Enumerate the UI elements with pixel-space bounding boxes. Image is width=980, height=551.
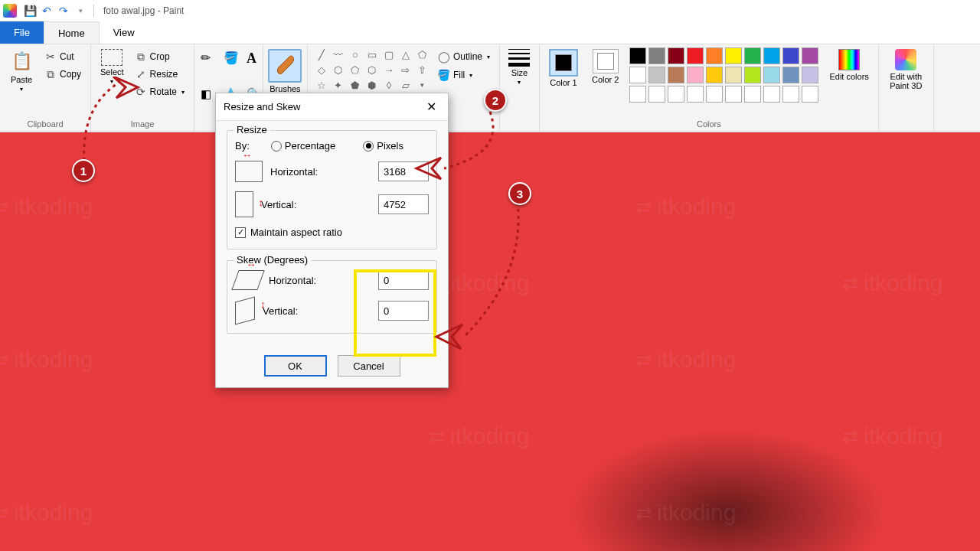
- dialog-titlebar[interactable]: Resize and Skew ✕: [216, 93, 448, 121]
- canvas[interactable]: itkoding itkoding itkoding itkoding itko…: [0, 132, 980, 551]
- shapes-gallery[interactable]: ╱〰○▭▢△⬠ ◇⬡⬠⬡→⇨⇧ ☆✦⬟⬢◊▱▾: [314, 47, 430, 92]
- chevron-down-icon: ▾: [110, 78, 113, 85]
- skew-horizontal-icon: [231, 270, 264, 290]
- color-swatch[interactable]: [629, 67, 646, 83]
- color-swatch-empty[interactable]: [782, 86, 799, 103]
- annotation-badge-3: 3: [508, 182, 531, 205]
- resize-fieldset: Resize By: Percentage Pixels Horizontal:…: [227, 130, 437, 249]
- color-swatch[interactable]: [744, 47, 761, 64]
- rainbow-icon: [838, 49, 860, 70]
- vertical-input[interactable]: [378, 194, 429, 214]
- pencil-icon[interactable]: ✏: [201, 51, 219, 65]
- horizontal-label: Horizontal:: [270, 166, 371, 178]
- group-paint3d: Edit with Paint 3D: [879, 44, 934, 132]
- copy-button[interactable]: ⧉Copy: [41, 67, 84, 82]
- color-swatch-empty[interactable]: [763, 86, 780, 103]
- canvas-content-shadow: [567, 429, 888, 551]
- paint-app-icon: [3, 4, 17, 18]
- group-clipboard: 📋 Paste ▾ ✂Cut ⧉Copy Clipboard: [0, 44, 91, 132]
- color-swatch[interactable]: [782, 47, 799, 64]
- color-swatch-empty[interactable]: [629, 86, 646, 103]
- cancel-button[interactable]: Cancel: [338, 355, 400, 377]
- close-icon[interactable]: ✕: [422, 98, 440, 116]
- color-swatch[interactable]: [763, 47, 780, 64]
- color-swatch-empty[interactable]: [744, 86, 761, 103]
- redo-icon[interactable]: ↷: [57, 5, 70, 17]
- color-swatch[interactable]: [802, 47, 818, 64]
- group-label-clipboard: Clipboard: [6, 118, 84, 130]
- resize-button[interactable]: ⤢Resize: [132, 67, 188, 82]
- tab-file[interactable]: File: [0, 21, 44, 44]
- radio-percentage[interactable]: Percentage: [271, 140, 336, 152]
- resize-legend: Resize: [234, 124, 270, 135]
- crop-button[interactable]: ⧉Crop: [132, 49, 188, 64]
- color2-button[interactable]: Color 2: [589, 47, 622, 86]
- maintain-aspect-checkbox[interactable]: ✓Maintain aspect ratio: [235, 227, 342, 238]
- horizontal-input[interactable]: [378, 161, 429, 181]
- color-swatch[interactable]: [706, 67, 723, 83]
- copy-icon: ⧉: [44, 68, 57, 80]
- crop-icon: ⧉: [135, 51, 147, 63]
- skew-horizontal-input[interactable]: [378, 270, 429, 290]
- color-swatch[interactable]: [687, 67, 704, 83]
- group-size: Size ▾: [500, 44, 540, 132]
- color-swatch-empty[interactable]: [687, 86, 704, 103]
- color-swatch-empty[interactable]: [706, 86, 723, 103]
- brushes-button[interactable]: Brushes: [265, 47, 305, 95]
- text-icon[interactable]: A: [247, 51, 265, 67]
- skew-legend: Skew (Degrees): [234, 254, 311, 266]
- bucket-icon[interactable]: 🪣: [224, 51, 242, 65]
- ok-button[interactable]: OK: [264, 355, 327, 377]
- color-swatch[interactable]: [648, 67, 665, 83]
- edit-colors-button[interactable]: Edit colors: [826, 47, 871, 83]
- undo-icon[interactable]: ↶: [41, 5, 53, 17]
- title-bar: 💾 ↶ ↷ ▾ foto awal.jpg - Paint: [0, 0, 980, 21]
- watermark: itkoding: [0, 500, 93, 526]
- paint3d-icon: [895, 49, 916, 70]
- radio-pixels[interactable]: Pixels: [363, 140, 403, 152]
- watermark: itkoding: [0, 194, 93, 220]
- tab-home[interactable]: Home: [44, 21, 100, 44]
- color-swatch-empty[interactable]: [668, 86, 684, 103]
- rotate-icon: ⟳: [135, 86, 147, 98]
- paste-button[interactable]: 📋 Paste ▾: [6, 47, 37, 94]
- color-swatch[interactable]: [668, 67, 684, 83]
- skew-fieldset: Skew (Degrees) Horizontal: Vertical:: [227, 260, 437, 334]
- color-swatch-empty[interactable]: [802, 86, 818, 103]
- chevron-down-icon: ▾: [518, 79, 521, 86]
- color-palette[interactable]: [629, 47, 818, 103]
- color-swatch[interactable]: [687, 47, 704, 64]
- color-swatch[interactable]: [725, 47, 742, 64]
- color-swatch[interactable]: [802, 67, 818, 83]
- outline-button[interactable]: ◯Outline▾: [435, 49, 493, 64]
- save-icon[interactable]: 💾: [24, 5, 36, 17]
- tab-view[interactable]: View: [100, 21, 149, 44]
- fill-button[interactable]: 🪣Fill▾: [435, 67, 493, 83]
- color-swatch[interactable]: [668, 47, 684, 64]
- separator: [93, 5, 94, 17]
- vertical-dimension-icon: [235, 191, 253, 217]
- skew-vertical-input[interactable]: [378, 301, 429, 321]
- rotate-button[interactable]: ⟳Rotate▾: [132, 84, 188, 99]
- cut-button[interactable]: ✂Cut: [41, 49, 84, 64]
- color-swatch-empty[interactable]: [725, 86, 742, 103]
- size-lines-icon: [508, 49, 531, 67]
- color-swatch[interactable]: [782, 67, 799, 83]
- window-title: foto awal.jpg - Paint: [103, 5, 184, 16]
- select-button[interactable]: Select ▾: [97, 47, 127, 86]
- color-swatch-empty[interactable]: [648, 86, 665, 103]
- color1-button[interactable]: Color 1: [546, 47, 581, 89]
- color-swatch[interactable]: [725, 67, 742, 83]
- paint3d-button[interactable]: Edit with Paint 3D: [885, 47, 927, 92]
- color-swatch[interactable]: [744, 67, 761, 83]
- size-button[interactable]: Size ▾: [505, 47, 534, 87]
- color-swatch[interactable]: [763, 67, 780, 83]
- annotation-badge-2: 2: [484, 89, 507, 112]
- chevron-down-icon: ▾: [415, 78, 430, 92]
- qat-dropdown-icon[interactable]: ▾: [74, 5, 87, 17]
- color-swatch[interactable]: [648, 47, 665, 64]
- group-image: Select ▾ ⧉Crop ⤢Resize ⟳Rotate▾ Image: [91, 44, 194, 132]
- scissors-icon: ✂: [44, 51, 57, 63]
- color-swatch[interactable]: [629, 47, 646, 64]
- color-swatch[interactable]: [706, 47, 723, 64]
